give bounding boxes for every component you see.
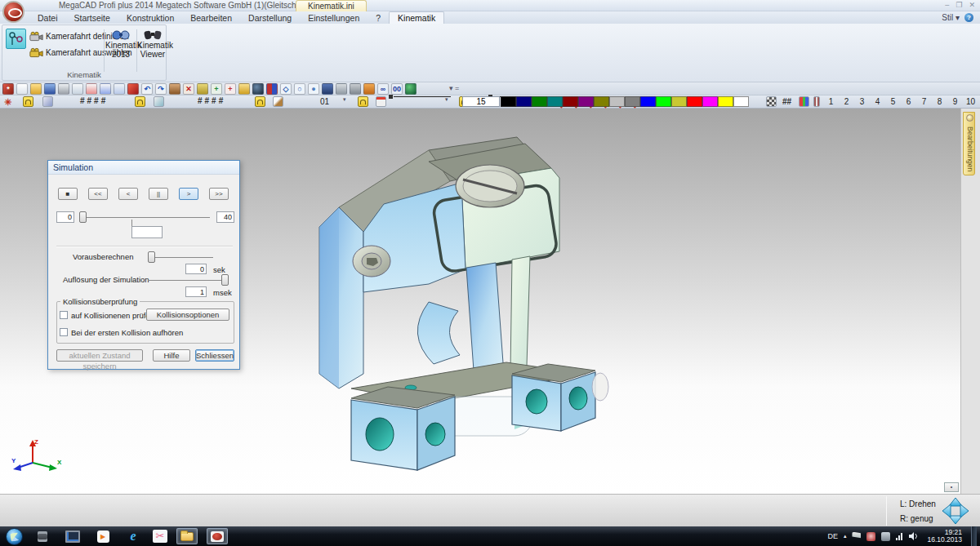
move-points-icon[interactable]: + xyxy=(225,83,236,95)
color-picker-icon[interactable] xyxy=(799,96,809,107)
lock-icon[interactable] xyxy=(358,96,368,107)
timeline-slider-handle[interactable] xyxy=(79,211,87,223)
color-swatch[interactable] xyxy=(702,96,718,107)
rotate-icon[interactable] xyxy=(238,83,250,95)
wire-cube-icon[interactable]: ◇ xyxy=(280,83,292,95)
action-center-flag-icon[interactable] xyxy=(852,532,861,541)
document-tab[interactable]: Kinematik.ini xyxy=(296,0,367,11)
color-swatch[interactable] xyxy=(516,96,532,107)
network-icon[interactable] xyxy=(896,532,902,540)
stop-first-collision-checkbox[interactable] xyxy=(60,328,68,336)
split-sphere-icon[interactable] xyxy=(266,83,278,95)
color-swatch[interactable] xyxy=(594,96,609,107)
trash-icon[interactable] xyxy=(350,83,361,95)
print-preview-icon[interactable] xyxy=(72,83,83,95)
cylinder-view-icon[interactable]: ○ xyxy=(294,83,305,95)
style-dropdown[interactable]: Stil ▾ xyxy=(942,13,960,22)
language-indicator[interactable]: DE xyxy=(827,532,838,540)
lock-icon[interactable] xyxy=(135,96,145,107)
range-to-field[interactable] xyxy=(216,211,234,223)
megacad-taskbar-icon[interactable] xyxy=(207,528,228,544)
minimize-button[interactable]: – xyxy=(945,1,949,9)
globe-icon[interactable] xyxy=(405,83,416,95)
layer-number[interactable]: 7 xyxy=(916,97,932,106)
resolution-field[interactable] xyxy=(185,286,207,297)
line-width-icon[interactable] xyxy=(376,96,386,107)
volume-icon[interactable] xyxy=(908,531,918,541)
new-part-icon[interactable]: * xyxy=(2,83,14,95)
timeline-slider-track[interactable] xyxy=(79,217,210,218)
color-swatch[interactable] xyxy=(733,96,749,107)
transform-icon[interactable]: + xyxy=(211,83,222,95)
color-swatch[interactable] xyxy=(625,96,640,107)
layer-number[interactable]: 4 xyxy=(870,97,885,106)
color-swatch[interactable] xyxy=(547,96,563,107)
layer-number[interactable]: 2 xyxy=(839,97,854,106)
material-icon[interactable] xyxy=(813,96,820,107)
color-swatch[interactable] xyxy=(532,96,547,107)
gleitschieber-3d-model[interactable] xyxy=(306,129,657,480)
check-collisions-checkbox[interactable] xyxy=(60,311,68,319)
group-image-icon[interactable] xyxy=(154,96,164,107)
fast-forward-button[interactable]: >> xyxy=(209,188,229,200)
layer-number[interactable]: 3 xyxy=(854,97,870,106)
monitor-icon[interactable] xyxy=(62,528,83,544)
restore-button[interactable]: ❐ xyxy=(956,1,962,9)
layer-image-icon[interactable] xyxy=(42,96,53,107)
cup-icon[interactable] xyxy=(363,83,375,95)
speakers-app-icon[interactable] xyxy=(32,528,53,544)
part-cylinder-icon[interactable] xyxy=(336,83,347,95)
play-button[interactable]: > xyxy=(179,188,198,200)
layer-number[interactable]: 8 xyxy=(932,97,947,106)
color-swatch[interactable] xyxy=(609,96,625,107)
kinematik-2013-button[interactable]: Kinematik 2013 xyxy=(105,29,136,59)
undo-icon[interactable]: ↶ xyxy=(141,83,153,95)
snap-star-icon[interactable]: ✳ xyxy=(4,97,11,108)
menu-kinematik-active[interactable]: Kinematik xyxy=(389,11,444,24)
layer-number[interactable]: 10 xyxy=(963,97,978,106)
print-icon[interactable] xyxy=(58,83,69,95)
pause-button[interactable]: || xyxy=(149,188,168,200)
hash-label[interactable]: ## xyxy=(782,97,791,106)
color-swatch[interactable] xyxy=(640,96,656,107)
simulation-dialog[interactable]: Simulation ■ << < || > >> Vorausberechne… xyxy=(47,160,240,370)
frame-field[interactable] xyxy=(131,226,163,238)
resolution-slider-track[interactable] xyxy=(148,280,228,281)
precompute-field[interactable] xyxy=(185,264,207,274)
precompute-slider-track[interactable] xyxy=(148,257,213,258)
stamp-icon[interactable] xyxy=(169,83,180,95)
resolution-slider-handle[interactable] xyxy=(221,274,229,286)
color-swatch[interactable] xyxy=(718,96,733,107)
redo-icon[interactable]: ↷ xyxy=(155,83,167,95)
snipping-icon[interactable]: ✂ xyxy=(153,530,167,543)
screen-view-icon[interactable] xyxy=(322,83,333,95)
menu-help[interactable]: ? xyxy=(368,12,389,24)
check-collisions-label[interactable]: auf Kollisionenen prüfen xyxy=(71,311,154,320)
page-check-icon[interactable] xyxy=(114,83,125,95)
media-player-icon[interactable] xyxy=(92,528,114,544)
device-tray-icon[interactable] xyxy=(881,532,890,541)
group2-field[interactable]: #### xyxy=(198,96,225,105)
open-folder-icon[interactable] xyxy=(30,83,42,95)
line-dropdown-caret[interactable]: ▾ xyxy=(445,96,448,103)
precompute-slider-handle[interactable] xyxy=(148,251,155,263)
menu-konstruktion[interactable]: Konstruktion xyxy=(118,12,182,24)
save-icon[interactable] xyxy=(44,83,56,95)
layer-number[interactable]: 6 xyxy=(901,97,916,106)
lock-icon[interactable] xyxy=(23,96,33,107)
range-from-field[interactable] xyxy=(56,211,74,223)
megacad-logo[interactable] xyxy=(2,1,24,23)
pen-number-field[interactable]: 01 xyxy=(320,97,329,106)
menu-darstellung[interactable]: Darstellung xyxy=(240,12,300,24)
pen-dropdown-caret[interactable]: ▾ xyxy=(343,96,346,103)
line-style-preview[interactable] xyxy=(394,96,451,97)
color-swatch[interactable] xyxy=(501,96,516,107)
stop-button[interactable]: ■ xyxy=(58,188,78,200)
drawing-viewport[interactable]: Z X Y Simulation ■ << < || > >> Vorausbe… xyxy=(0,109,980,494)
shaded-sphere-icon[interactable] xyxy=(252,83,264,95)
menu-datei[interactable]: Datei xyxy=(29,12,66,24)
toolbar-overflow-icon[interactable]: ▾ = xyxy=(449,84,459,92)
sphere-view-icon[interactable]: ● xyxy=(308,83,319,95)
redline-pen-icon[interactable] xyxy=(127,83,139,95)
viewport-corner-button[interactable]: • xyxy=(944,482,959,492)
